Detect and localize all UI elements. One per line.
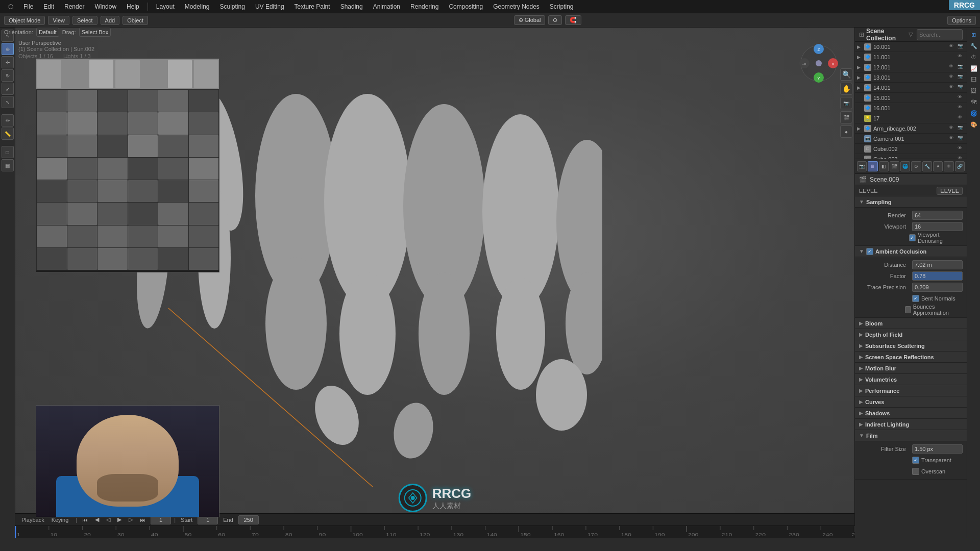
eye-icon-16001[interactable]: 👁 (958, 105, 965, 112)
pan-icon[interactable]: ✋ (840, 83, 852, 95)
menu-blender[interactable]: ⬡ (4, 2, 17, 11)
cam-icon-13001[interactable]: 📷 (958, 74, 965, 81)
eye-icon-17[interactable]: 👁 (958, 115, 965, 122)
render-engine-value[interactable]: EEVEE (937, 187, 963, 195)
scene-item-cube003[interactable]: □ Cube.003 👁 (855, 154, 967, 159)
global-dropdown[interactable]: ⊕ Global (514, 15, 546, 25)
scene-search-input[interactable] (917, 29, 963, 40)
render-props-icon[interactable]: 📷 (857, 161, 867, 171)
render-value[interactable]: 64 (912, 211, 963, 220)
menu-compositing[interactable]: Compositing (445, 2, 487, 11)
uv-editor-icon[interactable]: 🗺 (969, 97, 979, 107)
scene-item-10001[interactable]: ▶ 🔷 10.001 👁 📷 (855, 42, 967, 52)
eye-icon-10001[interactable]: 👁 (949, 43, 956, 51)
tool-cursor[interactable]: ⊕ (2, 43, 14, 55)
performance-header[interactable]: ▶ Performance (855, 385, 967, 396)
add-menu[interactable]: Add (101, 16, 120, 25)
transform-pivot[interactable]: ⊙ (548, 15, 562, 25)
zoom-in-icon[interactable]: 🔍 (840, 68, 852, 81)
physics-icon[interactable]: ⚛ (944, 161, 953, 171)
snap-btn[interactable]: 🧲 (565, 15, 581, 25)
modifier-icon[interactable]: 🔧 (922, 161, 932, 171)
ao-enabled-checkbox[interactable] (866, 248, 873, 255)
tool-scale[interactable]: ⤢ (2, 83, 14, 95)
object-mode-dropdown[interactable]: Object Mode (4, 16, 45, 25)
denoising-checkbox[interactable] (909, 234, 916, 241)
film-overscan-checkbox[interactable] (912, 468, 919, 475)
scene-item-13001[interactable]: ▶ 🔷 13.001 👁 📷 (855, 72, 967, 83)
ao-trace-value[interactable]: 0.209 (912, 283, 963, 292)
menu-render[interactable]: Render (60, 2, 88, 11)
timeline-icon[interactable]: ⏱ (969, 52, 979, 62)
world-icon[interactable]: 🌐 (900, 161, 910, 171)
film-transparent-checkbox[interactable] (912, 457, 919, 464)
cam-icon-arm[interactable]: 📷 (958, 125, 965, 132)
ssr-header[interactable]: ▶ Screen Space Reflections (855, 352, 967, 363)
scene-item-12001[interactable]: ▶ 🔷 12.001 👁 📷 (855, 62, 967, 72)
viewport-value[interactable]: 16 (912, 222, 963, 231)
menu-geometry-nodes[interactable]: Geometry Nodes (489, 2, 544, 11)
end-frame-field[interactable]: 250 (238, 515, 259, 524)
menu-animation[interactable]: Animation (369, 2, 404, 11)
cam-icon-10001[interactable]: 📷 (958, 43, 965, 51)
scene-item-11001[interactable]: ▶ 🔷 11.001 👁 (855, 52, 967, 62)
menu-file[interactable]: File (19, 2, 37, 11)
render-icon[interactable]: 🎬 (840, 111, 852, 123)
object-icon[interactable]: ⊙ (911, 161, 921, 171)
eye-icon-15001[interactable]: 👁 (958, 94, 965, 102)
cam-icon-camera[interactable]: 📷 (958, 135, 965, 142)
indirect-lighting-header[interactable]: ▶ Indirect Lighting (855, 419, 967, 430)
tool-annotate[interactable]: ✏ (2, 114, 14, 127)
curves-header[interactable]: ▶ Curves (855, 396, 967, 408)
tool-move[interactable]: ✛ (2, 56, 14, 68)
menu-modeling[interactable]: Modeling (181, 2, 214, 11)
volumetrics-header[interactable]: ▶ Volumetrics (855, 374, 967, 385)
sampling-section-header[interactable]: ▼ Sampling (855, 196, 967, 208)
scene-item-17[interactable]: 💡 17 👁 (855, 113, 967, 123)
ao-bounces-checkbox[interactable] (905, 306, 911, 313)
eye-icon-14001[interactable]: 👁 (949, 84, 956, 91)
ao-factor-value[interactable]: 0.78 (912, 271, 963, 281)
graph-editor-icon[interactable]: 📈 (969, 63, 979, 73)
menu-uv-editing[interactable]: UV Editing (251, 2, 288, 11)
nla-icon[interactable]: 🎞 (969, 74, 979, 85)
scene-item-14001[interactable]: ▶ 🔷 14.001 👁 📷 (855, 83, 967, 93)
select-menu[interactable]: Select (72, 16, 97, 25)
menu-sculpting[interactable]: Sculpting (216, 2, 249, 11)
object-menu[interactable]: Object (122, 16, 148, 25)
scene-item-camera[interactable]: 📷 Camera.001 👁 📷 (855, 134, 967, 144)
scene-item-16001[interactable]: 🔷 16.001 👁 (855, 103, 967, 113)
menu-window[interactable]: Window (90, 2, 120, 11)
tool-transform[interactable]: ⤡ (2, 96, 14, 108)
film-header[interactable]: ▼ Film (855, 430, 967, 441)
view-layer-icon[interactable]: ◧ (879, 161, 889, 171)
filter-icon[interactable]: ▽ (909, 31, 913, 38)
menu-scripting[interactable]: Scripting (546, 2, 578, 11)
eye-icon-cube002[interactable]: 👁 (958, 145, 965, 153)
menu-layout[interactable]: Layout (152, 2, 179, 11)
constraints-icon[interactable]: 🔗 (955, 161, 965, 171)
cam-icon-12001[interactable]: 📷 (958, 64, 965, 71)
eye-icon-11001[interactable]: 👁 (958, 54, 965, 61)
eye-icon-cube003[interactable]: 👁 (958, 156, 965, 160)
subsurface-scattering-header[interactable]: ▶ Subsurface Scattering (855, 340, 967, 352)
tool-add-cube[interactable]: □ (2, 146, 14, 158)
ao-bent-checkbox[interactable] (912, 295, 919, 302)
menu-texture-paint[interactable]: Texture Paint (290, 2, 334, 11)
cam-icon-14001[interactable]: 📷 (958, 84, 965, 91)
timeline-ruler[interactable]: 1 10 20 30 40 50 60 70 (15, 526, 854, 538)
film-filter-value[interactable]: 1.50 px (912, 444, 963, 454)
eye-icon-12001[interactable]: 👁 (949, 64, 956, 71)
texture-node-icon[interactable]: 🎨 (969, 119, 979, 130)
image-editor-icon[interactable]: 🖼 (969, 86, 979, 96)
menu-help[interactable]: Help (122, 2, 143, 11)
ambient-occlusion-header[interactable]: ▼ Ambient Occlusion (855, 246, 967, 257)
properties-icon[interactable]: 🔧 (969, 41, 979, 51)
material-icon[interactable]: ● (840, 126, 852, 138)
tool-measure[interactable]: 📏 (2, 128, 14, 140)
menu-shading[interactable]: Shading (336, 2, 367, 11)
scene-icon[interactable]: 🎬 (890, 161, 899, 171)
compositor-icon[interactable]: 🌀 (969, 108, 979, 118)
motion-blur-header[interactable]: ▶ Motion Blur (855, 363, 967, 374)
eye-icon-13001[interactable]: 👁 (949, 74, 956, 81)
